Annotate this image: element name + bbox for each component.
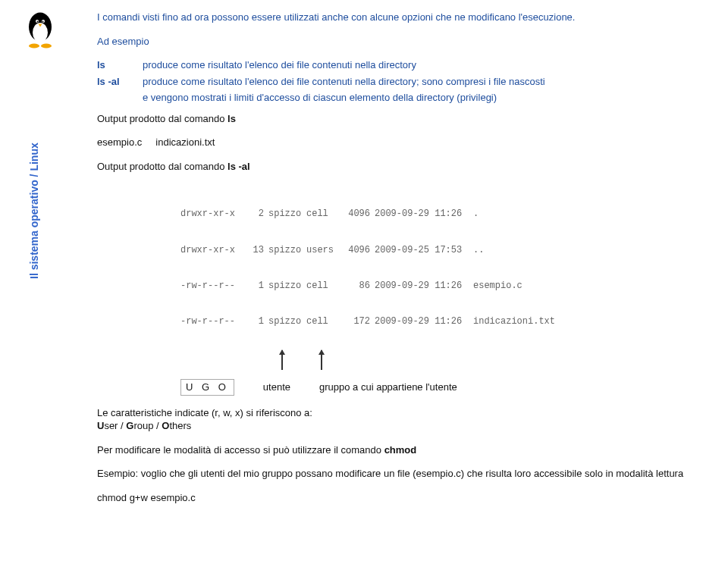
table-row: -rw-r--r--1spizzocell1722009-09-29 11:26… — [180, 316, 704, 327]
def-lsal: ls -al produce come risultato l'elenco d… — [97, 75, 704, 89]
table-row: drwxr-xr-x13spizzousers40962009-09-25 17… — [180, 244, 704, 255]
esempio-text: Esempio: voglio che gli utenti del mio g… — [97, 467, 704, 481]
ugo-annotation: U G O utente gruppo a cui appartiene l'u… — [180, 379, 704, 396]
slide-content: I comandi visti fino ad ora possono esse… — [97, 11, 704, 515]
chmod-example: chmod g+w esempio.c — [97, 491, 704, 505]
desc-lsal: produce come risultato l'elenco dei file… — [143, 75, 704, 89]
desc-ls: produce come risultato l'elenco dei file… — [143, 58, 704, 72]
table-row: drwxr-xr-x2spizzocell40962009-09-29 11:2… — [180, 208, 704, 220]
ugo-long: User / Group / Others — [97, 419, 704, 433]
intro-text-1: I comandi visti fino ad ora possono esse… — [97, 11, 704, 24]
sidebar-title: Il sistema operativo / Linux — [28, 143, 40, 279]
arrow-icon — [321, 350, 322, 370]
ls-al-output: drwxr-xr-x2spizzocell40962009-09-29 11:2… — [180, 183, 704, 352]
cmd-lsal: ls -al — [97, 75, 143, 89]
svg-point-5 — [42, 21, 44, 23]
cmd-ls: ls — [97, 58, 143, 72]
ugo-box: U G O — [180, 379, 234, 396]
svg-point-4 — [37, 21, 39, 23]
table-row: -rw-r--r--1spizzocell862009-09-29 11:26e… — [180, 280, 704, 292]
output-lsal-heading: Output prodotto dal comando ls -al — [97, 160, 704, 174]
label-gruppo: gruppo a cui appartiene l'utente — [319, 381, 457, 394]
svg-point-8 — [41, 44, 52, 49]
intro-text-2: Ad esempio — [97, 35, 704, 49]
chmod-text: Per modificare le modalità di accesso si… — [97, 443, 704, 457]
desc-lsal-cont: e vengono mostrati i limiti d'accesso di… — [97, 91, 704, 105]
output-ls: esempio.c indicazioni.txt — [97, 136, 704, 149]
penguin-icon — [21, 8, 59, 50]
output-ls-heading: Output prodotto dal comando ls — [97, 112, 704, 126]
arrow-icon — [281, 350, 283, 370]
caratt-text: Le caratteristiche indicate (r, w, x) si… — [97, 406, 704, 420]
svg-point-7 — [29, 44, 39, 49]
def-ls: ls produce come risultato l'elenco dei f… — [97, 58, 704, 72]
annotation-arrows — [180, 358, 704, 379]
label-utente: utente — [263, 381, 290, 394]
